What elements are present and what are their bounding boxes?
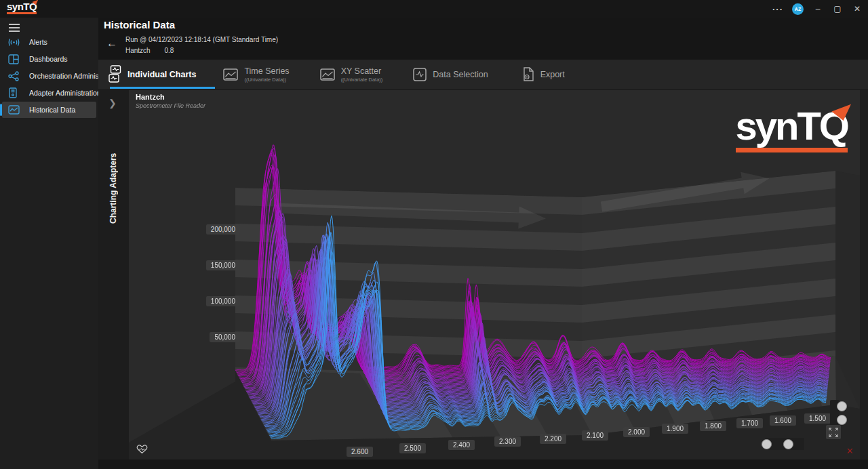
app-window: synTQ ··· AZ – ▢ ✕ Alerts xyxy=(0,0,868,469)
chart-title: Hantzch xyxy=(136,93,165,101)
y-tick-label: 200,000 xyxy=(206,224,240,234)
minimize-button[interactable]: – xyxy=(812,4,823,14)
tab-individual-charts[interactable]: Individual Charts xyxy=(108,60,223,89)
window-controls: ··· AZ – ▢ ✕ xyxy=(772,0,863,18)
tab-bar: Individual Charts Time Series ((Univaria… xyxy=(98,60,868,89)
x-tick-label: 1.800 xyxy=(700,421,726,431)
tab-label: Individual Charts xyxy=(127,70,196,79)
tab-time-series[interactable]: Time Series ((Univariate Data)) xyxy=(223,60,319,89)
watermark-underline xyxy=(736,148,848,152)
individual-charts-icon xyxy=(108,65,121,83)
x-tick-label: 2.200 xyxy=(540,434,566,444)
vertical-slider-handle-top[interactable] xyxy=(837,401,847,411)
sidebar-item-label: Dashboards xyxy=(29,55,68,63)
x-tick-label: 1.700 xyxy=(736,418,763,428)
sidebar-item-label: Historical Data xyxy=(29,106,75,114)
sidebar: Alerts Dashboards Orchestration Administ… xyxy=(0,18,98,469)
syntq-watermark: synTQ xyxy=(736,107,848,152)
time-series-icon xyxy=(223,68,238,81)
x-tick-label: 2.600 xyxy=(347,447,373,457)
titlebar: synTQ ··· AZ – ▢ ✕ xyxy=(0,0,868,18)
x-tick-label: 1.500 xyxy=(804,413,831,424)
dashboards-icon xyxy=(8,54,20,65)
x-tick-label: 2.300 xyxy=(494,436,521,447)
health-heart-pulse-icon[interactable] xyxy=(136,444,148,454)
page-title: Historical Data xyxy=(104,19,175,30)
alerts-icon xyxy=(8,37,20,48)
sidebar-item-alerts[interactable]: Alerts xyxy=(2,34,96,50)
more-menu-icon[interactable]: ··· xyxy=(772,4,783,14)
vertical-slider-handle-bottom[interactable] xyxy=(837,415,847,425)
sidebar-item-label: Alerts xyxy=(29,38,47,46)
x-tick-label: 1.900 xyxy=(662,424,688,434)
export-icon xyxy=(522,67,534,81)
horizontal-slider-handle-right[interactable] xyxy=(783,439,793,449)
x-tick-label: 2.100 xyxy=(582,430,608,441)
chart-subtitle: Spectrometer File Reader xyxy=(136,102,205,109)
tab-label: Data Selection xyxy=(433,70,488,79)
horizontal-slider-handle-left[interactable] xyxy=(762,439,772,449)
x-tick-label: 2.000 xyxy=(623,427,650,437)
avatar[interactable]: AZ xyxy=(792,3,804,15)
orchestration-name: Hantzch xyxy=(125,47,151,54)
fullscreen-expand-icon[interactable] xyxy=(826,425,841,439)
sidebar-item-orchestration-administration[interactable]: Orchestration Administration xyxy=(2,68,96,84)
tab-sublabel: ((Univariate Data)) xyxy=(244,77,289,83)
close-button[interactable]: ✕ xyxy=(852,4,863,14)
back-button[interactable]: ← xyxy=(106,37,117,49)
tab-label: XY Scatter xyxy=(341,66,383,76)
sidebar-item-dashboards[interactable]: Dashboards xyxy=(2,51,96,67)
maximize-button[interactable]: ▢ xyxy=(832,4,843,14)
y-tick-label: 50,000 xyxy=(210,332,240,342)
orchestration-icon xyxy=(8,70,20,82)
tab-label: Export xyxy=(540,70,565,79)
expand-adapters-chevron-icon[interactable]: ❯ xyxy=(108,98,117,108)
data-selection-icon xyxy=(413,68,427,81)
tab-label: Time Series xyxy=(244,66,289,76)
hamburger-menu-icon[interactable] xyxy=(9,22,20,34)
tab-data-selection[interactable]: Data Selection xyxy=(413,60,521,89)
tab-xy-scatter[interactable]: XY Scatter ((Univariate Data)) xyxy=(320,60,414,89)
orchestration-version: 0.8 xyxy=(164,47,174,54)
historical-data-icon xyxy=(8,104,20,116)
adapter-icon xyxy=(8,87,20,99)
chart-close-icon[interactable]: ✕ xyxy=(846,446,854,456)
charting-adapters-label: Charting Adapters xyxy=(108,122,118,224)
tab-sublabel: ((Univariate Data)) xyxy=(341,77,383,83)
x-tick-label: 1.600 xyxy=(770,415,796,426)
sidebar-item-historical-data[interactable]: Historical Data xyxy=(2,102,96,118)
x-tick-label: 2.400 xyxy=(448,440,475,450)
xy-scatter-icon xyxy=(320,68,335,81)
y-tick-label: 150,000 xyxy=(206,260,240,270)
run-timestamp: Run @ 04/12/2023 12:18:14 (GMT Standard … xyxy=(125,36,278,43)
logo-underline xyxy=(7,12,37,14)
run-subline: Hantzch 0.8 xyxy=(125,47,174,54)
syntq-logo: synTQ xyxy=(7,1,37,14)
y-tick-label: 100,000 xyxy=(206,296,240,306)
sidebar-item-label: Adapter Administration xyxy=(29,89,101,97)
sidebar-item-adapter-administration[interactable]: Adapter Administration xyxy=(2,85,96,101)
tab-export[interactable]: Export xyxy=(522,60,585,89)
watermark-text: synTQ xyxy=(736,107,848,145)
x-tick-label: 2.500 xyxy=(399,443,426,453)
